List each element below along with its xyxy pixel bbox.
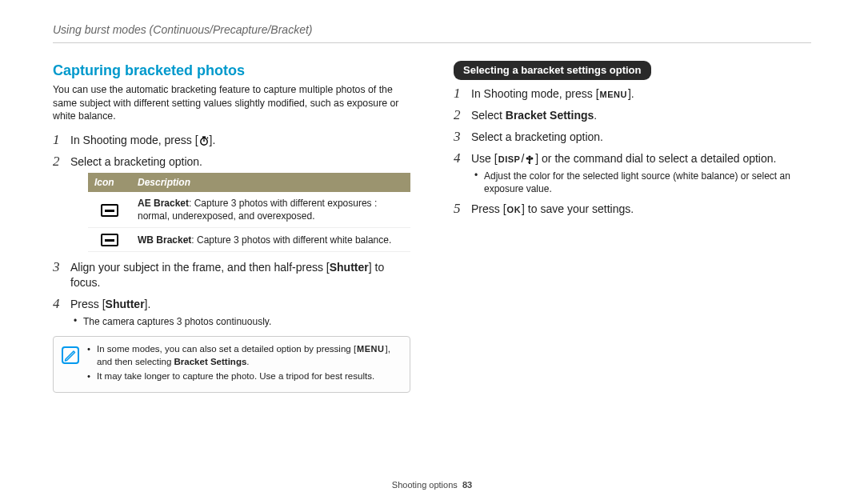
footer-page: 83	[462, 480, 472, 490]
step-text-tail: ].	[628, 87, 634, 100]
note-list: In some modes, you can also set a detail…	[87, 343, 402, 386]
ae-bracket-icon	[101, 204, 118, 217]
footer-section: Shooting options	[392, 480, 458, 490]
step-text-tail: ] to save your settings.	[522, 202, 634, 215]
step-text-tail: ].	[210, 134, 216, 146]
step-sub: The camera captures 3 photos continuousl…	[70, 315, 410, 328]
table-row: AE Bracket: Capture 3 photos with differ…	[88, 192, 410, 228]
rstep-5: Press [OK] to save your settings.	[454, 202, 811, 217]
step-text: Align your subject in the frame, and the…	[70, 261, 330, 274]
step-2: Select a bracketing option. Icon Descrip…	[53, 154, 410, 252]
right-steps: In Shooting mode, press [MENU]. Select B…	[454, 86, 811, 217]
macro-flower-icon	[524, 154, 535, 165]
sub-item: Adjust the color for the selected light …	[474, 170, 811, 195]
bracket-table: Icon Description AE Bracket: Capture 3 p…	[88, 173, 410, 252]
note-item: It may take longer to capture the photo.…	[87, 370, 402, 383]
intro-paragraph: You can use the automatic bracketing fea…	[53, 83, 410, 123]
selecting-bracket-tab: Selecting a baracket settings option	[454, 61, 651, 81]
note-text: In some modes, you can also set a detail…	[97, 344, 356, 354]
ok-key: OK	[506, 206, 522, 214]
wb-bracket-icon	[101, 234, 118, 246]
menu-key: MENU	[599, 90, 628, 99]
page-footer: Shooting options 83	[0, 479, 864, 491]
disp-key: DISP	[498, 155, 522, 164]
svg-point-5	[526, 158, 529, 160]
left-column: Capturing bracketed photos You can use t…	[53, 61, 410, 393]
note-text: .	[246, 357, 249, 366]
breadcrumb: Using burst modes (Continuous/Precapture…	[53, 22, 811, 43]
left-steps: In Shooting mode, press []. Select a bra…	[53, 133, 410, 328]
two-column-layout: Capturing bracketed photos You can use t…	[53, 61, 811, 393]
menu-key: MENU	[356, 345, 385, 354]
rstep-4: Use [DISP/] or the command dial to selec…	[454, 151, 811, 195]
rstep-1: In Shooting mode, press [MENU].	[454, 86, 811, 102]
right-column: Selecting a baracket settings option In …	[454, 61, 811, 393]
rstep-3: Select a bracketing option.	[454, 130, 811, 145]
sub-item: The camera captures 3 photos continuousl…	[74, 315, 410, 328]
step-text: Press [	[70, 298, 106, 310]
step-text: In Shooting mode, press [	[70, 134, 198, 146]
step-text: Select a bracketing option.	[70, 155, 202, 168]
svg-point-4	[529, 156, 531, 158]
note-box: In some modes, you can also set a detail…	[53, 336, 410, 393]
step-text: Select	[471, 109, 506, 122]
step-bold: Bracket Settings	[506, 109, 594, 122]
step-sub: Adjust the color for the selected light …	[471, 170, 811, 195]
step-text: Select a bracketing option.	[471, 130, 603, 143]
table-row: WB Bracket: Capture 3 photos with differ…	[88, 228, 410, 252]
step-text: In Shooting mode, press [	[471, 87, 599, 100]
step-1: In Shooting mode, press [].	[53, 133, 410, 148]
step-text: Press [	[471, 202, 506, 215]
timer-icon	[198, 135, 210, 146]
manual-page: Using burst modes (Continuous/Precapture…	[0, 0, 864, 393]
step-text-tail: .	[594, 109, 597, 122]
pencil-note-icon	[62, 346, 79, 364]
step-bold: Shutter	[106, 298, 145, 310]
step-3: Align your subject in the frame, and the…	[53, 260, 410, 290]
step-text: Use [	[471, 152, 498, 165]
step-bold: Shutter	[330, 261, 369, 274]
section-title: Capturing bracketed photos	[53, 61, 410, 80]
wb-label: WB Bracket	[138, 234, 191, 246]
ae-label: AE Bracket	[138, 198, 189, 209]
step-text-tail: ] or the command dial to select a detail…	[535, 152, 776, 165]
svg-line-3	[206, 138, 207, 138]
step-4: Press [Shutter]. The camera captures 3 p…	[53, 297, 410, 328]
th-icon: Icon	[88, 173, 131, 192]
rstep-2: Select Bracket Settings.	[454, 108, 811, 123]
th-desc: Description	[131, 173, 410, 192]
note-bold: Bracket Settings	[174, 357, 247, 366]
note-item: In some modes, you can also set a detail…	[87, 343, 402, 368]
step-text-tail: ].	[145, 298, 151, 310]
svg-point-6	[530, 158, 533, 160]
wb-desc: : Capture 3 photos with different white …	[191, 234, 391, 246]
